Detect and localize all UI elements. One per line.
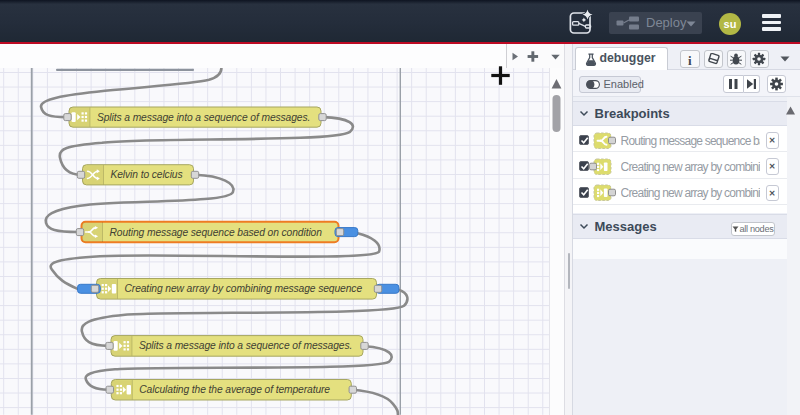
- svg-text:Kelvin to celcius: Kelvin to celcius: [111, 169, 183, 180]
- svg-text:Routing message sequence based: Routing message sequence based on condit…: [110, 227, 323, 238]
- svg-text:Creating new array by combinin: Creating new array by combining message …: [125, 283, 363, 294]
- svg-text:Splits a message into a sequen: Splits a message into a sequence of mess…: [97, 112, 310, 123]
- svg-text:Splits a message into a sequen: Splits a message into a sequence of mess…: [139, 341, 352, 352]
- svg-text:Calculating the the average of: Calculating the the average of temperatu…: [139, 384, 330, 395]
